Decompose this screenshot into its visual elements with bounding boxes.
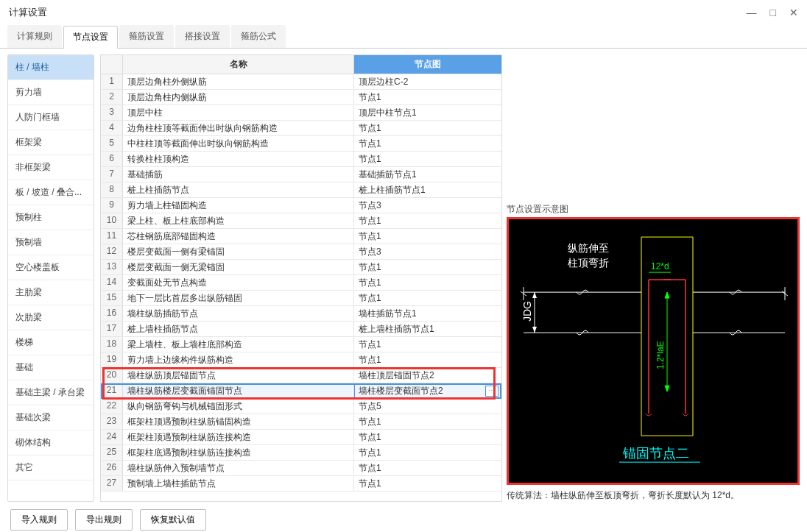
sidebar-item-0[interactable]: 柱 / 墙柱 <box>8 55 94 80</box>
sidebar-item-15[interactable]: 砌体结构 <box>8 430 94 455</box>
table-row[interactable]: 5中柱柱顶等截面伸出时纵向钢筋构造节点1 <box>101 136 501 152</box>
table-row[interactable]: 3顶层中柱顶层中柱节点1 <box>101 105 501 121</box>
table-row[interactable]: 4边角柱柱顶等截面伸出时纵向钢筋构造节点1 <box>101 121 501 136</box>
table-row[interactable]: 20墙柱纵筋顶层锚固节点墙柱顶层锚固节点2 <box>101 368 501 383</box>
row-node[interactable]: 桩上柱插筋节点1 <box>354 182 501 197</box>
table-row[interactable]: 27预制墙上墙柱插筋节点节点1 <box>101 476 501 492</box>
table-row[interactable]: 24框架柱顶遇预制柱纵筋连接构造节点1 <box>101 430 501 445</box>
reset-defaults-button[interactable]: 恢复默认值 <box>140 509 206 531</box>
row-number: 6 <box>101 152 123 166</box>
col-header-number <box>101 55 123 74</box>
table-row[interactable]: 11芯柱钢筋底部锚固构造节点1 <box>101 229 501 244</box>
table-row[interactable]: 17桩上墙柱插筋节点桩上墙柱插筋节点1 <box>101 322 501 337</box>
minimize-icon[interactable]: — <box>747 7 757 18</box>
svg-marker-17 <box>665 292 669 298</box>
sidebar-item-8[interactable]: 空心楼盖板 <box>8 255 94 280</box>
sidebar-item-10[interactable]: 次肋梁 <box>8 305 94 330</box>
row-name: 芯柱钢筋底部锚固构造 <box>123 229 354 244</box>
sidebar-item-16[interactable]: 其它 <box>8 455 94 480</box>
row-node[interactable]: 节点1 <box>354 213 501 228</box>
table-row[interactable]: 2顶层边角柱内侧纵筋节点1 <box>101 90 501 105</box>
table-row[interactable]: 13楼层变截面一侧无梁锚固节点1 <box>101 260 501 275</box>
table-row[interactable]: 15地下一层比首层多出纵筋锚固节点1 <box>101 291 501 306</box>
tab-0[interactable]: 计算规则 <box>7 25 62 48</box>
row-node[interactable]: 墙柱楼层变截面节点2⋯ <box>354 383 501 398</box>
tab-3[interactable]: 搭接设置 <box>175 25 230 48</box>
table-row[interactable]: 23框架柱顶遇预制柱纵筋锚固构造节点1 <box>101 414 501 430</box>
row-node[interactable]: 顶层边柱C-2 <box>354 74 501 89</box>
table-row[interactable]: 18梁上墙柱、板上墙柱底部构造节点1 <box>101 337 501 352</box>
sidebar-item-5[interactable]: 板 / 坡道 / 叠合... <box>8 180 94 205</box>
sidebar-item-7[interactable]: 预制墙 <box>8 230 94 255</box>
sidebar-item-3[interactable]: 框架梁 <box>8 130 94 155</box>
table-row[interactable]: 6转换柱柱顶构造节点1 <box>101 152 501 167</box>
row-name: 框架柱顶遇预制柱纵筋连接构造 <box>123 430 354 444</box>
tab-4[interactable]: 箍筋公式 <box>231 25 286 48</box>
sidebar-item-2[interactable]: 人防门框墙 <box>8 105 94 130</box>
row-name: 墙柱纵筋楼层变截面锚固节点 <box>123 383 354 398</box>
table-row[interactable]: 10梁上柱、板上柱底部构造节点1 <box>101 213 501 229</box>
row-number: 14 <box>101 275 123 290</box>
sidebar-item-1[interactable]: 剪力墙 <box>8 80 94 105</box>
row-node[interactable]: 节点1 <box>354 337 501 352</box>
table-row[interactable]: 22纵向钢筋弯钩与机械锚固形式节点5 <box>101 399 501 414</box>
table-row[interactable]: 21墙柱纵筋楼层变截面锚固节点墙柱楼层变截面节点2⋯ <box>101 383 501 399</box>
row-node[interactable]: 节点3 <box>354 198 501 213</box>
row-node[interactable]: 节点1 <box>354 90 501 104</box>
sidebar-item-14[interactable]: 基础次梁 <box>8 405 94 430</box>
table-row[interactable]: 7基础插筋基础插筋节点1 <box>101 167 501 182</box>
row-name: 框架柱底遇预制柱纵筋连接构造 <box>123 445 354 460</box>
row-node[interactable]: 节点1 <box>354 136 501 151</box>
row-node[interactable]: 节点1 <box>354 476 501 491</box>
table-row[interactable]: 8桩上柱插筋节点桩上柱插筋节点1 <box>101 182 501 198</box>
row-node[interactable]: 节点1 <box>354 414 501 429</box>
row-node[interactable]: 节点5 <box>354 399 501 414</box>
row-node[interactable]: 墙柱顶层锚固节点2 <box>354 368 501 383</box>
row-node[interactable]: 节点1 <box>354 430 501 444</box>
table-row[interactable]: 16墙柱纵筋插筋节点墙柱插筋节点1 <box>101 306 501 322</box>
row-number: 24 <box>101 430 123 444</box>
row-name: 顶层边角柱内侧纵筋 <box>123 90 354 104</box>
table-row[interactable]: 19剪力墙上边缘构件纵筋构造节点1 <box>101 352 501 368</box>
row-node[interactable]: 墙柱插筋节点1 <box>354 306 501 321</box>
row-name: 梁上墙柱、板上墙柱底部构造 <box>123 337 354 352</box>
row-node[interactable]: 节点1 <box>354 260 501 274</box>
table-row[interactable]: 26墙柱纵筋伸入预制墙节点节点1 <box>101 461 501 476</box>
row-number: 8 <box>101 182 123 197</box>
sidebar-item-12[interactable]: 基础 <box>8 355 94 380</box>
tab-1[interactable]: 节点设置 <box>63 26 118 49</box>
row-node[interactable]: 基础插筋节点1 <box>354 167 501 182</box>
sidebar-item-6[interactable]: 预制柱 <box>8 205 94 230</box>
tab-2[interactable]: 箍筋设置 <box>119 25 174 48</box>
row-node[interactable]: 节点1 <box>354 352 501 367</box>
row-number: 16 <box>101 306 123 321</box>
table-row[interactable]: 14变截面处无节点构造节点1 <box>101 275 501 291</box>
row-node[interactable]: 节点1 <box>354 229 501 244</box>
row-node[interactable]: 桩上墙柱插筋节点1 <box>354 322 501 336</box>
table-row[interactable]: 25框架柱底遇预制柱纵筋连接构造节点1 <box>101 445 501 461</box>
row-node[interactable]: 顶层中柱节点1 <box>354 105 501 120</box>
close-icon[interactable]: ✕ <box>789 7 798 18</box>
row-number: 1 <box>101 74 123 89</box>
row-node[interactable]: 节点1 <box>354 291 501 305</box>
import-rules-button[interactable]: 导入规则 <box>10 509 68 531</box>
table-row[interactable]: 9剪力墙上柱锚固构造节点3 <box>101 198 501 213</box>
sidebar-item-13[interactable]: 基础主梁 / 承台梁 <box>8 380 94 405</box>
row-node[interactable]: 节点1 <box>354 275 501 290</box>
table-row[interactable]: 12楼层变截面一侧有梁锚固节点3 <box>101 244 501 260</box>
node-picker-button[interactable]: ⋯ <box>485 386 498 397</box>
category-sidebar: 柱 / 墙柱剪力墙人防门框墙框架梁非框架梁板 / 坡道 / 叠合...预制柱预制… <box>7 54 94 502</box>
table-row[interactable]: 1顶层边角柱外侧纵筋顶层边柱C-2 <box>101 74 501 90</box>
row-number: 10 <box>101 213 123 228</box>
maximize-icon[interactable]: □ <box>770 7 776 18</box>
sidebar-item-4[interactable]: 非框架梁 <box>8 155 94 180</box>
row-node[interactable]: 节点1 <box>354 152 501 166</box>
export-rules-button[interactable]: 导出规则 <box>75 509 133 531</box>
sidebar-item-9[interactable]: 主肋梁 <box>8 280 94 305</box>
row-node[interactable]: 节点1 <box>354 121 501 135</box>
row-number: 20 <box>101 368 123 383</box>
row-node[interactable]: 节点1 <box>354 445 501 460</box>
row-node[interactable]: 节点1 <box>354 461 501 475</box>
sidebar-item-11[interactable]: 楼梯 <box>8 330 94 355</box>
row-node[interactable]: 节点3 <box>354 244 501 259</box>
